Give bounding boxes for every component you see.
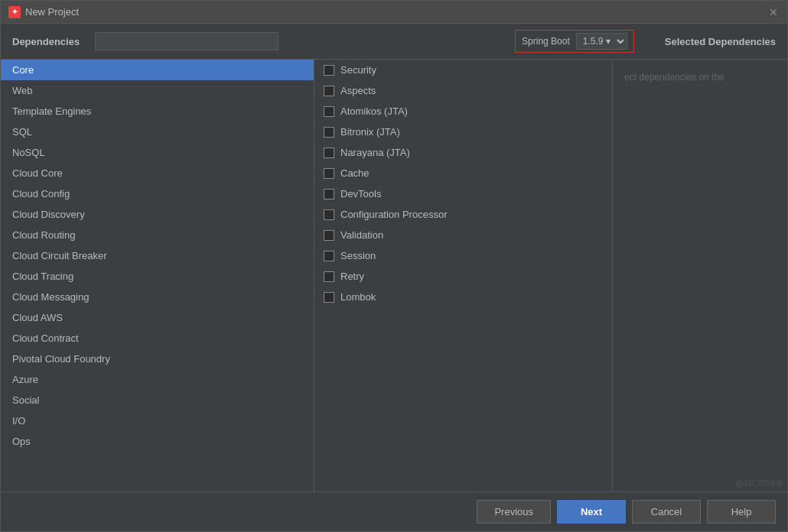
header-bar: Dependencies Spring Boot 1.5.9 ▾ Selecte…	[1, 24, 787, 60]
title-bar-left: ✦ New Project	[8, 6, 79, 18]
dep-label-atomikos: Atomikos (JTA)	[340, 105, 408, 117]
dep-item-aspects[interactable]: Aspects	[314, 80, 612, 101]
left-item-core[interactable]: Core	[1, 60, 314, 80]
dep-checkbox-validation[interactable]	[324, 230, 334, 241]
left-item-cloud-core[interactable]: Cloud Core	[1, 163, 314, 183]
dep-item-validation[interactable]: Validation	[314, 225, 612, 245]
dep-checkbox-lombok[interactable]	[324, 292, 334, 303]
main-content: CoreWebTemplate EnginesSQLNoSQLCloud Cor…	[1, 60, 787, 491]
selected-dependencies-label: Selected Dependencies	[665, 36, 776, 47]
dep-label-bitronix: Bitronix (JTA)	[340, 126, 400, 138]
dep-checkbox-bitronix[interactable]	[324, 127, 334, 138]
left-item-cloud-contract[interactable]: Cloud Contract	[1, 328, 314, 349]
footer: Previous Next Cancel Help	[1, 491, 787, 531]
dep-item-lombok[interactable]: Lombok	[314, 287, 612, 307]
new-project-dialog: ✦ New Project ✕ Dependencies Spring Boot…	[0, 0, 788, 532]
dialog-title: New Project	[25, 6, 79, 18]
dep-label-validation: Validation	[340, 229, 383, 241]
dep-checkbox-retry[interactable]	[324, 271, 334, 282]
dep-label-config-processor: Configuration Processor	[340, 209, 447, 220]
app-icon: ✦	[8, 6, 21, 18]
left-item-social[interactable]: Social	[1, 390, 314, 410]
middle-panel: SecurityAspectsAtomikos (JTA)Bitronix (J…	[314, 60, 613, 491]
left-item-cloud-aws[interactable]: Cloud AWS	[1, 307, 314, 328]
left-item-cloud-tracing[interactable]: Cloud Tracing	[1, 266, 314, 287]
dep-checkbox-narayana[interactable]	[324, 148, 334, 158]
dep-label-cache: Cache	[340, 167, 370, 179]
dep-label-session: Session	[340, 250, 376, 261]
dep-checkbox-cache[interactable]	[324, 168, 334, 179]
left-item-cloud-discovery[interactable]: Cloud Discovery	[1, 204, 314, 225]
dep-item-narayana[interactable]: Narayana (JTA)	[314, 142, 612, 163]
left-item-cloud-routing[interactable]: Cloud Routing	[1, 225, 314, 245]
dep-item-config-processor[interactable]: Configuration Processor	[314, 204, 612, 225]
left-item-cloud-config[interactable]: Cloud Config	[1, 183, 314, 204]
left-item-nosql[interactable]: NoSQL	[1, 142, 314, 163]
dep-checkbox-security[interactable]	[324, 65, 334, 76]
spring-boot-version-select[interactable]: 1.5.9 ▾	[576, 33, 627, 50]
spring-boot-selector: Spring Boot 1.5.9 ▾	[515, 30, 634, 53]
dep-item-security[interactable]: Security	[314, 60, 612, 80]
dependencies-label: Dependencies	[12, 36, 80, 47]
left-item-sql[interactable]: SQL	[1, 122, 314, 142]
dep-label-aspects: Aspects	[340, 85, 376, 96]
help-button[interactable]: Help	[707, 500, 776, 524]
dep-item-atomikos[interactable]: Atomikos (JTA)	[314, 101, 612, 122]
previous-button[interactable]: Previous	[477, 500, 551, 524]
left-item-cloud-messaging[interactable]: Cloud Messaging	[1, 287, 314, 307]
dep-checkbox-config-processor[interactable]	[324, 209, 334, 220]
dep-label-retry: Retry	[340, 271, 364, 282]
left-panel: CoreWebTemplate EnginesSQLNoSQLCloud Cor…	[1, 60, 314, 491]
left-item-web[interactable]: Web	[1, 80, 314, 101]
dep-item-cache[interactable]: Cache	[314, 163, 612, 183]
left-item-ops[interactable]: Ops	[1, 431, 314, 452]
dep-item-retry[interactable]: Retry	[314, 266, 612, 287]
dep-checkbox-aspects[interactable]	[324, 86, 334, 96]
left-item-io[interactable]: I/O	[1, 410, 314, 431]
left-item-azure[interactable]: Azure	[1, 369, 314, 390]
dep-label-narayana: Narayana (JTA)	[340, 147, 410, 158]
dep-item-devtools[interactable]: DevTools	[314, 183, 612, 204]
dep-label-lombok: Lombok	[340, 291, 376, 303]
title-bar: ✦ New Project ✕	[1, 1, 787, 24]
dep-label-security: Security	[340, 64, 376, 76]
dep-checkbox-devtools[interactable]	[324, 189, 334, 200]
watermark: @51CTO博客	[736, 478, 783, 489]
dep-checkbox-session[interactable]	[324, 251, 334, 261]
cancel-button[interactable]: Cancel	[632, 500, 701, 524]
spring-boot-label: Spring Boot	[522, 36, 570, 47]
next-button[interactable]: Next	[557, 500, 626, 524]
dep-label-devtools: DevTools	[340, 188, 381, 200]
dep-checkbox-atomikos[interactable]	[324, 106, 334, 117]
selected-deps-placeholder: ect dependencies on the	[624, 72, 725, 83]
dep-item-session[interactable]: Session	[314, 245, 612, 266]
left-item-template-engines[interactable]: Template Engines	[1, 101, 314, 122]
dep-item-bitronix[interactable]: Bitronix (JTA)	[314, 122, 612, 142]
close-button[interactable]: ✕	[767, 6, 780, 18]
left-item-cloud-circuit-breaker[interactable]: Cloud Circuit Breaker	[1, 245, 314, 266]
left-item-pivotal-cloud-foundry[interactable]: Pivotal Cloud Foundry	[1, 349, 314, 369]
search-input[interactable]	[95, 32, 278, 50]
right-panel: ect dependencies on the	[613, 60, 787, 491]
